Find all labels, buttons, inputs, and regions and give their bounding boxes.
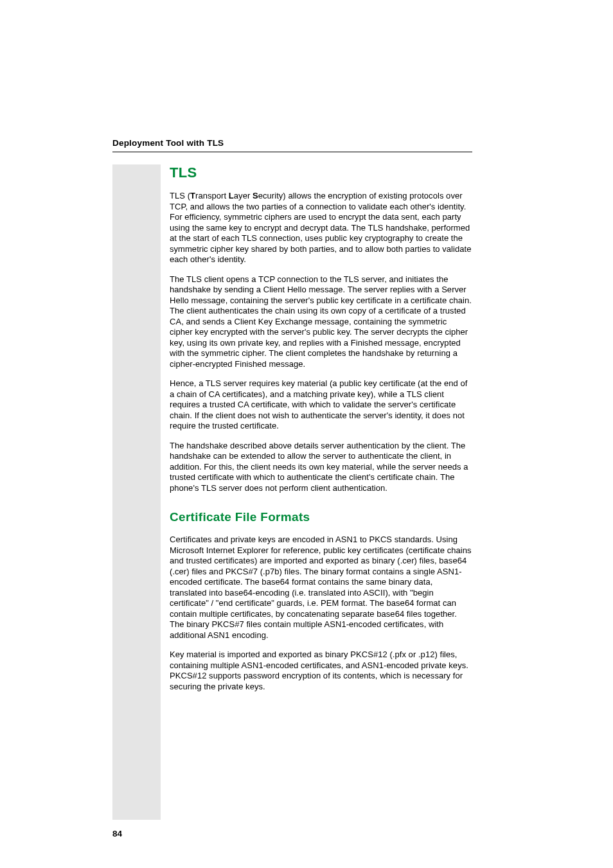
tls-paragraph-4: The handshake described above details se… bbox=[170, 441, 472, 494]
main-content: TLS TLS (Transport Layer Security) allow… bbox=[170, 164, 472, 701]
bold-s: S bbox=[253, 191, 258, 200]
heading-certificate-file-formats: Certificate File Formats bbox=[170, 510, 472, 524]
sidebar-shade bbox=[112, 164, 161, 820]
header-title: Deployment Tool with TLS bbox=[112, 138, 472, 148]
text: ayer bbox=[234, 191, 253, 200]
bold-l: L bbox=[229, 191, 234, 200]
tls-paragraph-3: Hence, a TLS server requires key materia… bbox=[170, 378, 472, 432]
text: TLS ( bbox=[170, 191, 190, 200]
header-divider bbox=[112, 152, 472, 152]
cert-paragraph-1: Certificates and private keys are encode… bbox=[170, 535, 472, 641]
cert-paragraph-2: Key material is imported and exported as… bbox=[170, 650, 472, 692]
tls-paragraph-1: TLS (Transport Layer Security) allows th… bbox=[170, 191, 472, 265]
text: ecurity) allows the encryption of existi… bbox=[170, 191, 471, 264]
bold-t: T bbox=[190, 191, 195, 200]
page-header: Deployment Tool with TLS bbox=[112, 138, 472, 168]
page-number: 84 bbox=[112, 829, 122, 838]
text: ransport bbox=[195, 191, 229, 200]
heading-tls: TLS bbox=[170, 164, 472, 181]
tls-paragraph-2: The TLS client opens a TCP connection to… bbox=[170, 274, 472, 370]
